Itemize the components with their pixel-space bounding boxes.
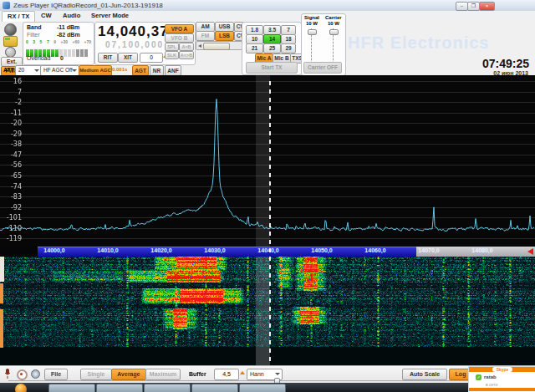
split-button[interactable]: SPL bbox=[165, 43, 179, 51]
tuning-knob-icon[interactable] bbox=[4, 23, 17, 36]
app-icon bbox=[3, 2, 10, 9]
buffer-label: Buffer bbox=[189, 371, 206, 377]
xit-button[interactable]: XIT bbox=[118, 53, 138, 63]
vfo-a-button[interactable]: VFO A bbox=[165, 24, 194, 33]
signal-slider-thumb[interactable] bbox=[308, 29, 317, 35]
freq-tick-label: 14070,0 bbox=[409, 247, 449, 253]
background-window-fragment bbox=[0, 309, 3, 348]
meter-scale-label: 3 bbox=[33, 39, 35, 44]
band-25[interactable]: 25 bbox=[263, 43, 281, 53]
overload-label: Overload bbox=[27, 55, 50, 61]
freq-tick-label: 14050,0 bbox=[302, 247, 342, 253]
taskbar-app-button[interactable] bbox=[96, 384, 143, 392]
band-value: -11 dBm bbox=[57, 24, 79, 30]
skype-contact-status: в сети bbox=[486, 382, 497, 387]
meter-segment bbox=[84, 49, 88, 57]
meter-scale-label: +60 bbox=[72, 39, 79, 44]
buffer-spinner[interactable]: 4,5 bbox=[214, 369, 239, 380]
tab-cw[interactable]: CW bbox=[36, 11, 57, 21]
meter-scale-label: 9 bbox=[54, 39, 56, 44]
mic-icon[interactable] bbox=[4, 369, 11, 379]
start-button[interactable] bbox=[15, 384, 27, 392]
meter-segment bbox=[51, 49, 54, 57]
filter-passband-overlay-waterfall[interactable] bbox=[256, 257, 271, 365]
close-button[interactable]: × bbox=[479, 2, 495, 11]
agc-time-value: 0.001s bbox=[112, 67, 127, 72]
skype-logo: Skype bbox=[492, 367, 512, 372]
filter-label: Filter bbox=[27, 32, 40, 38]
auto-scale-button[interactable]: Auto Scale bbox=[402, 369, 447, 380]
mode-lsb[interactable]: LSB bbox=[215, 31, 234, 41]
tab-rx-tx[interactable]: RX / TX bbox=[2, 11, 35, 22]
scroll-left-icon[interactable] bbox=[198, 44, 201, 48]
windows-taskbar bbox=[0, 383, 535, 392]
meter-scale-label: 7 bbox=[47, 39, 49, 44]
single-button[interactable]: Single bbox=[80, 369, 112, 380]
slk-button[interactable]: SLK bbox=[165, 51, 179, 59]
carrier-off-button[interactable]: Carrier OFF bbox=[303, 62, 342, 74]
a-equals-b-button[interactable]: A=B bbox=[179, 43, 194, 51]
vfo-b-button[interactable]: VFO B bbox=[165, 33, 194, 43]
band-label: Band bbox=[27, 24, 42, 30]
sub-frequency-display[interactable]: 07,100,000 bbox=[105, 40, 164, 49]
freq-tick-label: 14060,0 bbox=[355, 247, 395, 253]
taskbar-app-button[interactable] bbox=[239, 384, 286, 392]
freq-tick-label: 14020,0 bbox=[141, 247, 181, 253]
taskbar-app-button[interactable] bbox=[48, 384, 95, 392]
meter-scale-label: 0 bbox=[26, 39, 28, 44]
att-label: ATT bbox=[3, 67, 14, 73]
background-window-fragment bbox=[0, 283, 3, 303]
folder-badge bbox=[5, 38, 10, 40]
buffer-up-icon[interactable] bbox=[240, 371, 245, 374]
tab-audio[interactable]: Audio bbox=[58, 11, 85, 21]
a-swap-b-button[interactable]: A<>B bbox=[179, 51, 194, 59]
filter-passband-overlay[interactable] bbox=[256, 75, 271, 247]
zoom-slider-track[interactable] bbox=[8, 380, 527, 381]
record-icon[interactable] bbox=[17, 369, 28, 380]
menu-tab-row: RX / TXCWAudioServer Mode 0.00 A 0 °C 0.… bbox=[0, 11, 535, 23]
tab-strip: RX / TXCWAudioServer Mode bbox=[1, 11, 235, 22]
minimize-button[interactable]: – bbox=[456, 2, 468, 11]
average-button[interactable]: Average bbox=[111, 369, 146, 380]
s-meter-bar bbox=[26, 45, 92, 53]
mode-fm[interactable]: FM bbox=[196, 31, 215, 41]
open-file-folder-icon[interactable] bbox=[3, 36, 18, 47]
taskbar-app-button[interactable] bbox=[191, 384, 238, 392]
zeus-player-window: Zeus Player IQRadioRecord_01-Jun-2013-19… bbox=[0, 0, 535, 392]
tuned-frequency-line[interactable] bbox=[269, 81, 271, 365]
band-29[interactable]: 29 bbox=[281, 43, 296, 53]
signal-label: Signal bbox=[304, 15, 319, 20]
record-dot bbox=[20, 373, 23, 375]
band-21[interactable]: 21 bbox=[246, 43, 263, 53]
freq-tick-label: 14010,0 bbox=[88, 247, 128, 253]
tab-server-mode[interactable]: Server Mode bbox=[86, 11, 134, 21]
meter-scale-label: +30 bbox=[60, 39, 67, 44]
maximum-button[interactable]: Maximum bbox=[145, 369, 181, 380]
meter-segment bbox=[64, 49, 67, 57]
maximize-button[interactable]: ❐ bbox=[467, 2, 480, 11]
window-title: Zeus Player IQRadioRecord_01-Jun-2013-19… bbox=[13, 2, 163, 9]
scale-end-marker-icon bbox=[527, 248, 533, 255]
taskbar-app-button[interactable] bbox=[144, 384, 191, 392]
skype-header: Skype bbox=[469, 367, 535, 372]
meter-segment bbox=[76, 49, 79, 57]
skype-notification[interactable]: Skype ✓ ratab в сети bbox=[468, 366, 535, 392]
display-settings-icon[interactable] bbox=[31, 369, 40, 379]
freq-tick-label: 14000,0 bbox=[34, 247, 74, 253]
carrier-slider-thumb[interactable] bbox=[329, 29, 339, 35]
rit-offset-spinner[interactable]: 0 bbox=[140, 53, 163, 63]
rit-button[interactable]: RIT bbox=[98, 53, 118, 63]
carrier-value: 10 W bbox=[328, 21, 339, 26]
file-button[interactable]: File bbox=[44, 369, 68, 380]
scrollbar-thumb[interactable] bbox=[203, 43, 230, 50]
frequency-panel: 14,040,370 07,100,000 RIT XIT 0 VFO A VF… bbox=[94, 22, 196, 65]
carrier-label: Carrier bbox=[325, 15, 342, 20]
meter-segment bbox=[80, 49, 84, 57]
frequency-scale-bar[interactable]: 14000,014010,014020,014030,014040,014050… bbox=[0, 247, 535, 257]
brand-watermark: HFR Electronics bbox=[348, 33, 489, 53]
meter-panel: Band -11 dBm Filter -82 dBm 03579+30+60+… bbox=[23, 22, 94, 65]
background-window-fragment bbox=[0, 257, 4, 282]
skype-contact-name: ratab bbox=[484, 374, 497, 379]
start-tx-button[interactable]: Start TX bbox=[246, 62, 298, 74]
s-meter-scale: 03579+30+60+70 bbox=[26, 39, 91, 44]
